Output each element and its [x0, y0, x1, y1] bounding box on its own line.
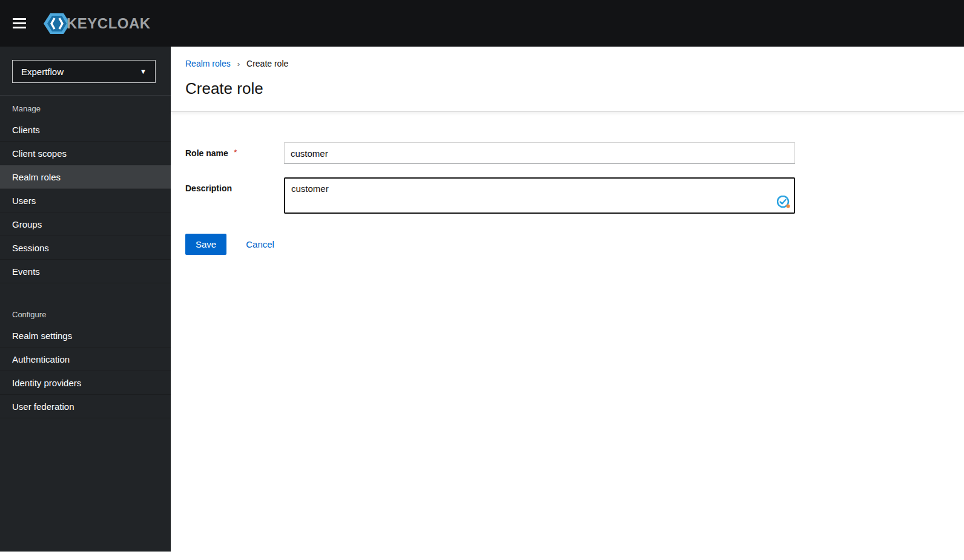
role-name-label: Role name — [185, 148, 228, 158]
sidebar-gap — [0, 283, 171, 301]
grammarly-icon[interactable] — [777, 196, 790, 209]
sidebar-item-sessions[interactable]: Sessions — [0, 236, 171, 260]
sidebar-item-realm-settings[interactable]: Realm settings — [0, 324, 171, 348]
keycloak-logo-text: KEYCLOAK — [67, 15, 151, 32]
sidebar-item-users[interactable]: Users — [0, 189, 171, 212]
realm-selector-value: Expertflow — [21, 67, 64, 77]
description-textarea[interactable]: customer — [284, 177, 795, 214]
description-field: customer — [284, 177, 795, 214]
save-button[interactable]: Save — [185, 234, 226, 255]
sidebar-item-identity-providers[interactable]: Identity providers — [0, 371, 171, 395]
sidebar-item-clients[interactable]: Clients — [0, 118, 171, 142]
breadcrumb-realm-roles-link[interactable]: Realm roles — [185, 59, 231, 68]
breadcrumb-current: Create role — [246, 59, 288, 68]
sidebar-item-events[interactable]: Events — [0, 260, 171, 283]
create-role-form: Role name * Description customer — [171, 112, 964, 255]
main-content: Realm roles › Create role Create role Ro… — [171, 47, 964, 560]
sidebar-section-manage: Manage — [0, 96, 171, 118]
required-asterisk: * — [234, 148, 237, 157]
nav-toggle-hamburger-icon[interactable] — [13, 16, 27, 31]
sidebar: Expertflow ▼ Manage Clients Client scope… — [0, 47, 171, 552]
breadcrumb: Realm roles › Create role — [185, 59, 964, 68]
masthead: KEYCLOAK — [0, 0, 964, 47]
sidebar-item-realm-roles[interactable]: Realm roles — [0, 165, 171, 189]
sidebar-item-authentication[interactable]: Authentication — [0, 348, 171, 371]
sidebar-item-user-federation[interactable]: User federation — [0, 395, 171, 418]
role-name-field — [284, 142, 795, 164]
description-label: Description — [185, 183, 232, 193]
cancel-link[interactable]: Cancel — [246, 239, 274, 249]
page-title: Create role — [185, 68, 964, 111]
form-actions: Save Cancel — [185, 234, 964, 255]
sidebar-item-client-scopes[interactable]: Client scopes — [0, 142, 171, 165]
breadcrumb-separator-icon: › — [237, 59, 240, 68]
sidebar-item-groups[interactable]: Groups — [0, 212, 171, 236]
chevron-down-icon: ▼ — [140, 68, 147, 75]
realm-selector-dropdown[interactable]: Expertflow ▼ — [12, 60, 156, 83]
description-label-cell: Description — [185, 177, 284, 214]
role-name-input[interactable] — [284, 142, 795, 164]
keycloak-logo: KEYCLOAK — [44, 12, 151, 35]
role-name-label-cell: Role name * — [185, 142, 284, 164]
page-header-section: Realm roles › Create role Create role — [171, 47, 964, 112]
sidebar-section-configure: Configure — [0, 301, 171, 324]
role-name-row: Role name * — [185, 142, 964, 164]
description-row: Description customer — [185, 177, 964, 214]
